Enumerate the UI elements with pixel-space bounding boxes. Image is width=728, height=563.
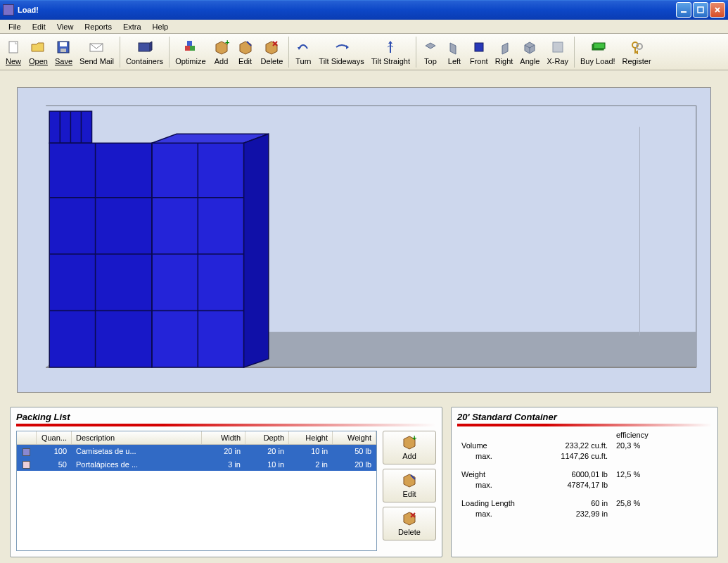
menu-help[interactable]: Help [147,21,174,32]
weight-max-label: max. [461,481,539,489]
col-width[interactable]: Width [202,431,245,444]
menu-reports[interactable]: Reports [79,21,117,32]
add-box-button[interactable]: +Add [210,35,234,69]
svg-rect-25 [49,143,152,367]
containers-icon [136,39,153,56]
send-mail-button[interactable]: Send Mail [76,35,117,69]
register-icon [628,39,645,56]
delete-box-button[interactable]: Delete [257,35,287,69]
volume-max-value: 1147,26 cu.ft. [539,452,616,460]
menu-file[interactable]: File [3,21,27,32]
open-icon [30,39,46,56]
col-height[interactable]: Height [289,431,333,444]
delete-box-icon [263,39,280,56]
xray-icon [549,39,566,56]
toolbar-separator [574,37,575,68]
tilt-straight-icon [382,39,399,56]
minimize-button[interactable] [676,2,691,18]
register-button[interactable]: Register [619,35,655,69]
toolbar-separator [120,37,120,68]
length-max-value: 232,99 in [539,510,616,518]
view-top-button[interactable]: Top [419,35,442,69]
viewport-area [0,70,728,401]
view-left-button[interactable]: Left [442,35,466,69]
svg-rect-0 [681,11,687,13]
save-button[interactable]: Save [51,35,76,69]
packing-list-panel: Packing List Quan... Description Width D… [10,407,442,557]
delete-box-icon [402,511,417,526]
container-scene-svg [18,88,710,392]
toolbar-separator [288,37,289,68]
svg-text:+: + [412,435,416,442]
tilt-straight-button[interactable]: Tilt Straight [368,35,414,69]
add-box-icon: + [213,39,230,56]
menu-view[interactable]: View [51,21,79,32]
containers-button[interactable]: Containers [122,35,167,69]
edit-item-button[interactable]: Edit [383,469,436,502]
volume-max-label: max. [461,452,539,460]
optimize-button[interactable]: Optimize [172,35,209,69]
svg-rect-7 [139,43,150,51]
maximize-button[interactable] [693,2,708,18]
table-row[interactable]: 50 Portalápices de ... 3 in 10 in 2 in 2… [17,458,376,472]
save-icon [55,39,72,56]
col-depth[interactable]: Depth [245,431,289,444]
turn-button[interactable]: Turn [291,35,315,69]
weight-label: Weight [461,470,539,479]
view-right-button[interactable]: Right [492,35,517,69]
buy-icon [589,39,606,56]
svg-rect-4 [60,42,67,46]
length-max-label: max. [461,510,539,518]
svg-rect-13 [553,42,563,52]
view-front-button[interactable]: Front [466,35,492,69]
delete-item-button[interactable]: Delete [383,507,436,540]
efficiency-header: efficiency [616,431,672,439]
open-button[interactable]: Open [25,35,51,69]
view-angle-icon [521,39,538,56]
close-button[interactable] [710,2,725,18]
packing-list-title: Packing List [16,412,436,422]
xray-button[interactable]: X-Ray [543,35,572,69]
volume-value: 233,22 cu.ft. [539,441,616,450]
turn-icon [295,39,312,56]
svg-rect-12 [475,43,483,51]
col-color[interactable] [17,431,37,444]
title-underline [457,424,712,426]
window-title: Load! [18,6,676,14]
table-header: Quan... Description Width Depth Height W… [17,431,376,445]
add-item-button[interactable]: +Add [383,431,436,464]
volume-label: Volume [461,441,539,450]
svg-rect-15 [594,43,605,49]
weight-max-value: 47874,17 lb [539,481,616,489]
container-info-panel: 20' Standard Container efficiency Volume… [451,407,718,557]
weight-value: 6000,01 lb [539,470,616,479]
col-description[interactable]: Description [72,431,202,444]
buy-button[interactable]: Buy Load! [577,35,619,69]
tilt-sideways-icon [333,39,350,56]
volume-efficiency: 20,3 % [616,441,672,450]
view-angle-button[interactable]: Angle [516,35,543,69]
window-buttons [676,2,725,18]
packing-side-buttons: +Add Edit Delete [383,431,436,551]
svg-marker-37 [244,134,269,367]
svg-rect-5 [60,49,66,52]
title-underline [16,424,436,426]
packing-table[interactable]: Quan... Description Width Depth Height W… [16,431,377,551]
tilt-sideways-button[interactable]: Tilt Sideways [315,35,367,69]
new-button[interactable]: New [1,35,25,69]
app-icon [3,4,14,15]
container-3d-view[interactable] [17,87,711,393]
col-quantity[interactable]: Quan... [37,431,72,444]
col-weight[interactable]: Weight [333,431,376,444]
menu-extra[interactable]: Extra [117,21,147,32]
edit-box-icon [237,39,254,56]
view-right-icon [495,39,512,56]
menu-edit[interactable]: Edit [27,21,51,32]
view-left-icon [446,39,463,56]
edit-box-button[interactable]: Edit [234,35,257,69]
container-title: 20' Standard Container [457,412,712,422]
optimize-icon [182,39,199,56]
toolbar: New Open Save Send Mail Containers Optim… [0,34,728,70]
color-swatch [23,448,30,456]
table-row[interactable]: 100 Camisetas de u... 20 in 20 in 10 in … [17,445,376,458]
